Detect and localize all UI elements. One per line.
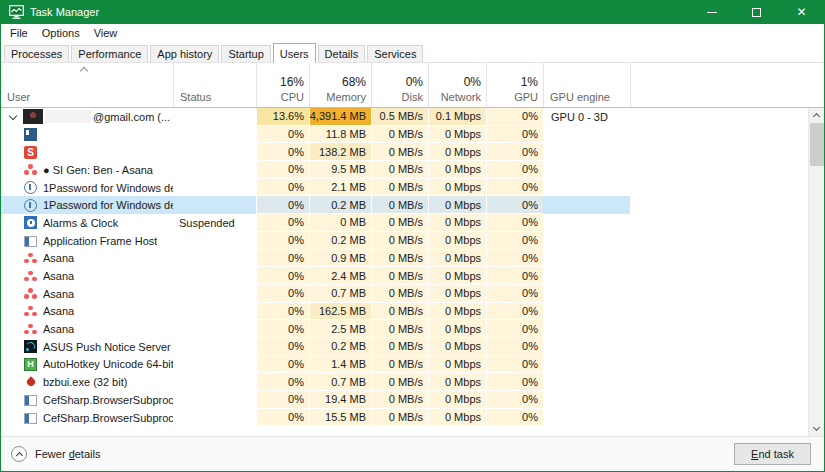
table-row[interactable]: ● SI Gen: Ben - Asana 0% 9.5 MB 0 MB/s 0… [1, 161, 824, 179]
table-row[interactable]: Asana 0% 2.4 MB 0 MB/s 0 Mbps 0% [1, 267, 824, 285]
column-header-gpu[interactable]: 1% GPU [486, 63, 543, 107]
tab-users[interactable]: Users [273, 43, 316, 63]
gpu-cell: 0% [486, 250, 543, 268]
table-row[interactable]: AutoHotkey Unicode 64-bit 0% 1.4 MB 0 MB… [1, 356, 824, 374]
name-cell: Asana [1, 320, 173, 338]
gpu-column-label: GPU [514, 90, 538, 104]
table-row[interactable]: @gmail.com (... 13.6% 4,391.4 MB 0.5 MB/… [1, 108, 824, 126]
process-name: CefSharp.BrowserSubproc... [43, 412, 173, 424]
scrollbar-thumb[interactable] [810, 123, 824, 166]
tab-details[interactable]: Details [318, 45, 366, 62]
status-cell [173, 126, 256, 144]
cpu-cell: 0% [256, 250, 309, 268]
autohotkey-icon [24, 358, 37, 371]
process-name: Asana [43, 305, 74, 317]
scrollbar-down-button[interactable] [809, 421, 824, 436]
menu-item-view[interactable]: View [87, 25, 125, 41]
tab-processes[interactable]: Processes [4, 45, 69, 62]
table-row[interactable]: CefSharp.BrowserSubproc... 0% 19.4 MB 0 … [1, 391, 824, 409]
name-cell: CefSharp.BrowserSubproc... [1, 409, 173, 427]
table-row[interactable]: 1Password for Windows de... 0% 0.2 MB 0 … [1, 196, 824, 214]
tab-startup[interactable]: Startup [221, 45, 270, 62]
menu-bar: FileOptionsView [1, 24, 824, 42]
gpu-engine-cell [543, 126, 630, 144]
alarms-clock-icon [24, 216, 37, 229]
column-header-disk[interactable]: 0% Disk [371, 63, 428, 107]
row-filler [630, 338, 824, 356]
memory-cell: 0.7 MB [309, 373, 371, 391]
table-row[interactable]: Alarms & Clock Suspended 0% 0 MB 0 MB/s … [1, 214, 824, 232]
menu-item-options[interactable]: Options [35, 25, 87, 41]
cpu-cell: 0% [256, 126, 309, 144]
menu-item-file[interactable]: File [3, 25, 35, 41]
close-button[interactable]: ✕ [779, 0, 824, 24]
table-row[interactable]: Asana 0% 0.7 MB 0 MB/s 0 Mbps 0% [1, 285, 824, 303]
table-row[interactable]: 0% 11.8 MB 0 MB/s 0 Mbps 0% [1, 126, 824, 144]
network-cell: 0 Mbps [428, 373, 486, 391]
cpu-cell: 0% [256, 356, 309, 374]
minimize-button[interactable] [689, 0, 734, 24]
s-app-icon [24, 146, 37, 159]
status-cell [173, 356, 256, 374]
network-cell: 0 Mbps [428, 126, 486, 144]
table-row[interactable]: Asana 0% 2.5 MB 0 MB/s 0 Mbps 0% [1, 320, 824, 338]
table-row[interactable]: Asana 0% 162.5 MB 0 MB/s 0 Mbps 0% [1, 303, 824, 321]
cpu-cell: 0% [256, 196, 309, 214]
cpu-cell: 0% [256, 161, 309, 179]
table-row[interactable]: ASUS Push Notice Server (... 0% 0.2 MB 0… [1, 338, 824, 356]
row-filler [630, 161, 824, 179]
network-cell: 0 Mbps [428, 303, 486, 321]
disk-total-value: 0% [406, 74, 423, 90]
memory-cell: 4,391.4 MB [309, 108, 371, 126]
cpu-total-value: 16% [280, 74, 304, 90]
gpu-cell: 0% [486, 196, 543, 214]
cpu-cell: 0% [256, 409, 309, 427]
maximize-button[interactable] [734, 0, 779, 24]
column-header-gpu-engine[interactable]: GPU engine [543, 63, 630, 107]
vertical-scrollbar[interactable] [808, 108, 824, 436]
process-name: Asana [43, 288, 74, 300]
tab-services[interactable]: Services [367, 45, 423, 62]
status-cell: Suspended [173, 214, 256, 232]
table-row[interactable]: 0% 138.2 MB 0 MB/s 0 Mbps 0% [1, 143, 824, 161]
cpu-cell: 0% [256, 179, 309, 197]
status-cell [173, 391, 256, 409]
process-name: Asana [43, 252, 74, 264]
name-cell [1, 143, 173, 161]
gpu-cell: 0% [486, 179, 543, 197]
column-header-network[interactable]: 0% Network [428, 63, 486, 107]
tab-performance[interactable]: Performance [71, 45, 148, 62]
table-row[interactable]: 1Password for Windows de... 0% 2.1 MB 0 … [1, 179, 824, 197]
column-header-memory[interactable]: 68% Memory [309, 63, 371, 107]
gpu-engine-cell [543, 356, 630, 374]
column-header-cpu[interactable]: 16% CPU [256, 63, 309, 107]
status-cell [173, 303, 256, 321]
row-filler [630, 285, 824, 303]
cpu-cell: 0% [256, 320, 309, 338]
disk-cell: 0 MB/s [371, 214, 428, 232]
chevron-up-icon [813, 113, 820, 120]
table-row[interactable]: CefSharp.BrowserSubproc... 0% 15.5 MB 0 … [1, 409, 824, 427]
row-filler [630, 108, 824, 126]
table-row[interactable]: bzbui.exe (32 bit) 0% 0.7 MB 0 MB/s 0 Mb… [1, 373, 824, 391]
name-cell: 1Password for Windows de... [1, 179, 173, 197]
fewer-details-button[interactable]: Fewer details [11, 446, 100, 462]
tab-app-history[interactable]: App history [150, 45, 219, 62]
column-header-user[interactable]: User [1, 63, 173, 107]
tab-bar: ProcessesPerformanceApp historyStartupUs… [1, 42, 824, 63]
fewer-details-label: Fewer details [35, 448, 100, 460]
expander-chevron-down-icon[interactable] [5, 115, 21, 119]
table-row[interactable]: Asana 0% 0.9 MB 0 MB/s 0 Mbps 0% [1, 250, 824, 268]
network-cell: 0 Mbps [428, 196, 486, 214]
process-name: Alarms & Clock [43, 217, 118, 229]
gpu-cell: 0% [486, 338, 543, 356]
row-filler [630, 373, 824, 391]
cpu-cell: 0% [256, 338, 309, 356]
status-cell [173, 143, 256, 161]
column-header-status[interactable]: Status [173, 63, 256, 107]
end-task-button[interactable]: End task [734, 443, 811, 465]
name-cell: CefSharp.BrowserSubproc... [1, 391, 173, 409]
table-row[interactable]: Application Frame Host 0% 0.2 MB 0 MB/s … [1, 232, 824, 250]
status-cell [173, 338, 256, 356]
scrollbar-up-button[interactable] [809, 108, 824, 123]
